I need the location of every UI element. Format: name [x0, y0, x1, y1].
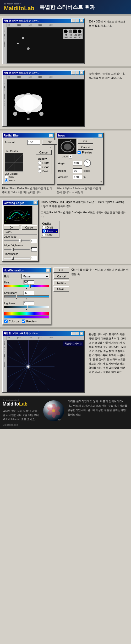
ps-window-final: 특별한 스타버스트효과 @ 100%... _ □ ✕ 50 100 150 2… — [2, 331, 85, 393]
minimize-btn-f[interactable]: _ — [71, 332, 75, 335]
hue-load-btn[interactable]: Load... — [53, 280, 69, 285]
boss-title: boss ✕ — [57, 133, 103, 138]
blur-center-preview[interactable] — [5, 153, 23, 172]
hue-save-btn[interactable]: Save... — [53, 286, 69, 292]
svg-point-27 — [64, 144, 72, 150]
section-final-text: 완성됩니다. 이이로 따라하기를 하면 좀더 이쁘겠죠.? 이야. 그리고 커브… — [87, 331, 129, 376]
svg-point-2 — [27, 47, 30, 50]
glowing-edges-text: Filter / Stylize / Find Edges 효과를 먼저주시면~… — [41, 200, 129, 208]
lightness-input[interactable] — [24, 301, 34, 305]
cancel-btn[interactable]: Cancel — [36, 150, 52, 155]
edge-width-slider[interactable] — [4, 240, 30, 241]
colorbar-top — [4, 312, 49, 315]
hue-cancel-btn[interactable]: Cancel — [53, 274, 69, 279]
footer-domain: Malditolab.com — [3, 424, 39, 426]
close-btn-f[interactable]: ✕ — [80, 332, 83, 335]
glowing-ok-btn[interactable]: OK — [4, 225, 19, 230]
svg-rect-31 — [7, 340, 84, 392]
boss-dialog[interactable]: boss ✕ — [57, 133, 104, 185]
draft-radio[interactable] — [38, 161, 41, 164]
radial-blur-dialog[interactable]: Radial Blur ✕ Amount OK ▲ Blur Center — [2, 133, 54, 185]
preview-check-hue[interactable] — [22, 320, 25, 323]
quality-panel: Quality Draft Good ◄ Best — [41, 221, 59, 238]
ruler-v-2: 50100150200 — [3, 79, 7, 126]
amount-input[interactable] — [27, 140, 40, 145]
angle-dial[interactable] — [84, 159, 91, 167]
svg-point-7 — [23, 93, 34, 114]
sphere-container: XD — [42, 399, 66, 423]
close-btn[interactable]: ✕ — [80, 19, 83, 22]
saturation-input[interactable] — [24, 291, 34, 295]
svg-point-52 — [26, 364, 30, 369]
ps-window-1: 특별한 스타버스트효과 @ 100%... _ □ ✕ 50 100 150 2… — [2, 18, 85, 64]
boss-text: Filter / Stylize / Emboss 효과를 다음과같이 줍니다.… — [57, 186, 104, 194]
boss-cancel-btn[interactable]: Cancel — [78, 145, 93, 150]
glowing-edges-title: Glowing Edges ✕ — [3, 201, 38, 205]
close-hue-btn[interactable]: ✕ — [46, 269, 50, 272]
close-boss-btn[interactable]: ✕ — [99, 134, 102, 137]
angle-input[interactable] — [73, 161, 82, 166]
glowing-edges-dialog[interactable]: Glowing Edges ✕ OK Can — [2, 200, 39, 262]
maximize-btn-f[interactable]: □ — [75, 332, 79, 335]
best-radio-2[interactable] — [42, 233, 46, 236]
lightness-slider[interactable] — [4, 306, 49, 308]
footer-logo-tagline: it's foolish potion? — [3, 399, 39, 401]
edit-select[interactable]: Master — [21, 274, 49, 279]
height-input[interactable] — [73, 168, 82, 173]
height-label: Height: — [58, 169, 71, 172]
ruler-mark: 50 — [7, 24, 17, 26]
section-1: 특별한 스타버스트효과 @ 100%... _ □ ✕ 50 100 150 2… — [0, 16, 131, 66]
ruler-h-2: 50 100 150 200 250 — [7, 75, 84, 79]
amount-label-boss: Amount: — [58, 176, 71, 179]
svg-point-9 — [39, 112, 43, 116]
percent-label: % — [84, 176, 86, 179]
blur-center-label: Blur Center — [5, 150, 34, 153]
hue-saturation-dialog[interactable]: Hue/Saturation ✕ Edit: Master Hue: — [2, 267, 51, 325]
canvas-2[interactable] — [7, 79, 84, 126]
close-btn-2[interactable]: ✕ — [80, 71, 83, 75]
draft-radio-2[interactable] — [42, 226, 46, 229]
section2-text: 속속 따라가는대로 그려봅니다. 음.. 특별한 의미는 없습니다. — [87, 70, 129, 127]
blur-method-label: Blur Method: — [5, 173, 18, 175]
edge-brightness-slider[interactable] — [4, 249, 30, 250]
amount-label: Amount — [5, 141, 26, 144]
hue-input[interactable] — [24, 280, 34, 284]
saturation-slider[interactable] — [4, 295, 49, 298]
preview-check[interactable] — [78, 151, 81, 154]
minimize-btn-2[interactable]: _ — [71, 71, 75, 75]
smoothness-input[interactable] — [31, 256, 37, 260]
edge-brightness-input[interactable] — [31, 247, 37, 252]
section1-text: 300 X 300의 사이즈로 캔버스에로 색칠을 채웁니다. — [87, 18, 129, 64]
maximize-btn[interactable]: □ — [75, 19, 79, 22]
glowing-preview — [4, 206, 32, 224]
canvas-final[interactable]: 특별한 스타버스 — [7, 340, 84, 392]
section-6: 특별한 스타버스트효과 @ 100%... _ □ ✕ 50 100 150 2… — [0, 329, 131, 395]
boss-ok-btn[interactable]: OK — [78, 139, 93, 144]
ps-titlebar-final: 특별한 스타버스트효과 @ 100%... _ □ ✕ — [3, 331, 84, 336]
svg-point-10 — [27, 118, 30, 120]
close-glowing-btn[interactable]: ✕ — [34, 201, 37, 204]
ruler-horizontal: 50 100 150 200 250 — [7, 23, 84, 27]
footer-section: it's foolish potion? MalditoLab 말디토 함이 도… — [0, 396, 131, 429]
svg-point-1 — [17, 43, 19, 44]
zoom-radio[interactable] — [5, 179, 8, 182]
amount-input-boss[interactable] — [73, 175, 82, 179]
spin-radio[interactable] — [5, 175, 8, 179]
ok-btn[interactable]: OK — [42, 140, 58, 145]
glowing-cancel-btn[interactable]: Cancel — [21, 225, 37, 230]
footer-logo: MalditoLab — [3, 401, 39, 407]
close-radial-btn[interactable]: ✕ — [49, 134, 53, 137]
good-radio-2[interactable] — [43, 229, 46, 233]
edge-width-input[interactable] — [31, 239, 37, 243]
zoom-in-btn[interactable]: + — [69, 155, 72, 158]
best-radio[interactable] — [38, 169, 41, 173]
colorize-check[interactable] — [4, 320, 8, 323]
smoothness-slider[interactable] — [4, 258, 30, 259]
canvas-1[interactable]: 45 65 100 200 300 39 46 59 — [7, 27, 84, 64]
hue-slider[interactable] — [4, 285, 49, 287]
maximize-btn-2[interactable]: □ — [75, 71, 79, 75]
ruler-corner-2 — [3, 75, 7, 79]
good-radio[interactable] — [38, 165, 41, 169]
minimize-btn[interactable]: _ — [71, 19, 75, 22]
hue-ok-btn[interactable]: OK — [53, 267, 69, 273]
